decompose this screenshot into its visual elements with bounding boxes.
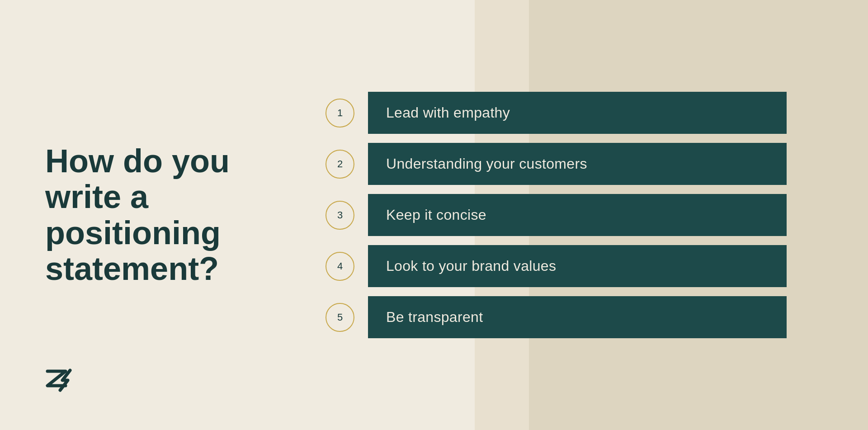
list-label-2: Understanding your customers	[368, 143, 787, 185]
list-item: 3 Keep it concise	[326, 194, 787, 236]
number-circle-4: 4	[326, 252, 354, 281]
list-label-5: Be transparent	[368, 296, 787, 338]
number-circle-2: 2	[326, 150, 354, 179]
list-item: 2 Understanding your customers	[326, 143, 787, 185]
number-circle-3: 3	[326, 201, 354, 230]
list-label-3: Keep it concise	[368, 194, 787, 236]
numbered-list: 1 Lead with empathy 2 Understanding your…	[326, 0, 823, 430]
list-item: 4 Look to your brand values	[326, 245, 787, 287]
number-circle-1: 1	[326, 99, 354, 128]
number-circle-5: 5	[326, 303, 354, 332]
list-label-1: Lead with empathy	[368, 92, 787, 134]
list-item: 1 Lead with empathy	[326, 92, 787, 134]
list-label-4: Look to your brand values	[368, 245, 787, 287]
list-item: 5 Be transparent	[326, 296, 787, 338]
zendesk-logo	[45, 367, 81, 394]
page-container: How do you write a positioning statement…	[0, 0, 868, 430]
page-title: How do you write a positioning statement…	[45, 143, 298, 287]
